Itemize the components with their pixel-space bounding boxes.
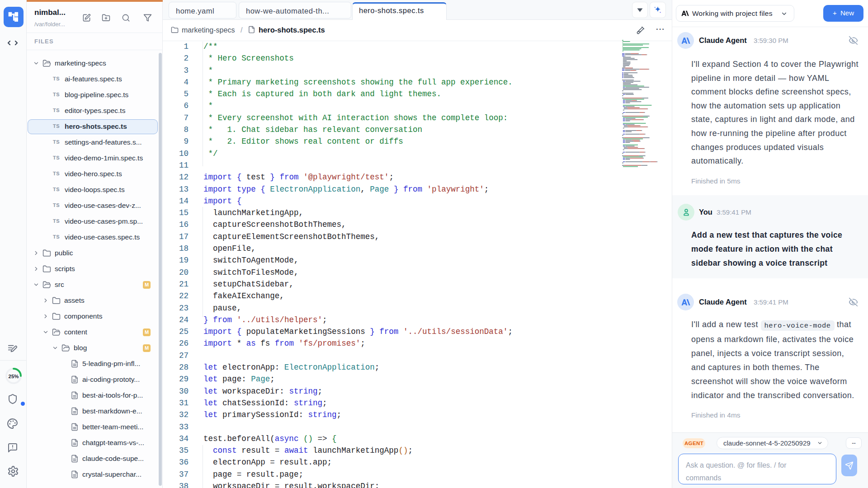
svg-text:25%: 25% [8, 374, 19, 379]
